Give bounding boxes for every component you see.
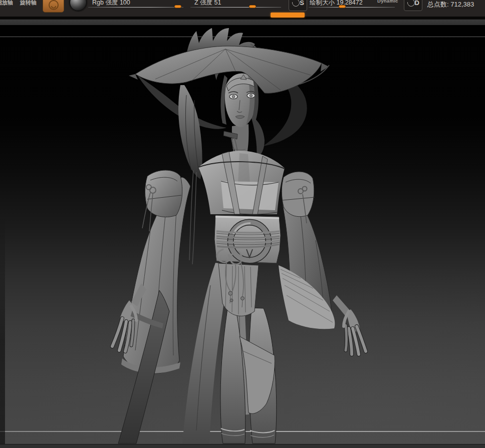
z-slider-track[interactable] (190, 7, 281, 8)
rgb-slider-handle[interactable] (174, 5, 181, 8)
rgb-intensity-slider[interactable]: Rgb 强度 100 (88, 0, 185, 11)
rgb-slider-track[interactable] (88, 7, 183, 8)
torso-kimono (198, 148, 285, 214)
hair-back-right (251, 115, 265, 158)
draw-size-slider-handle[interactable] (339, 5, 346, 8)
orange-highlight-bar (271, 13, 305, 18)
dynamic-mode-label[interactable]: Dynamic (377, 0, 398, 4)
obi-belt (214, 215, 281, 316)
scale-axis-button[interactable]: 缩放轴 (0, 0, 13, 7)
sculpt-viewport-canvas[interactable] (0, 25, 485, 444)
rotate-axis-button[interactable]: 旋转轴 (20, 0, 37, 7)
top-toolbar: 缩放轴 旋转轴 Rgb 强度 100 Z 强度 51 S 绘制大小 19.284… (0, 0, 485, 19)
total-points-readout: 总点数: 712,383 (427, 0, 474, 9)
s-toggle-letter: S (300, 0, 304, 7)
zbrush-window: 缩放轴 旋转轴 Rgb 强度 100 Z 强度 51 S 绘制大小 19.284… (0, 0, 485, 448)
total-points-value: 712,383 (450, 1, 474, 8)
z-slider-handle[interactable] (249, 5, 256, 8)
rgb-intensity-value: 100 (120, 0, 130, 6)
z-intensity-label: Z 强度 51 (194, 0, 221, 7)
viewport-top-strip (0, 19, 485, 25)
character-model-3d (0, 25, 485, 444)
draw-mode-button[interactable] (43, 0, 64, 13)
rgb-intensity-label: Rgb 强度 100 (92, 0, 130, 7)
d-toggle-letter: D (415, 0, 419, 7)
bottom-edge-bar (0, 444, 485, 448)
draw-size-slider-track[interactable] (309, 7, 395, 8)
s-toggle-button[interactable]: S (289, 0, 307, 11)
right-hand (333, 295, 366, 354)
z-intensity-slider[interactable]: Z 强度 51 (190, 0, 283, 11)
d-toggle-button[interactable]: D (404, 0, 422, 11)
draw-size-label: 绘制大小 19.28472 (310, 0, 363, 7)
z-intensity-value: 51 (214, 0, 221, 6)
hair-left-bundle (178, 85, 202, 264)
